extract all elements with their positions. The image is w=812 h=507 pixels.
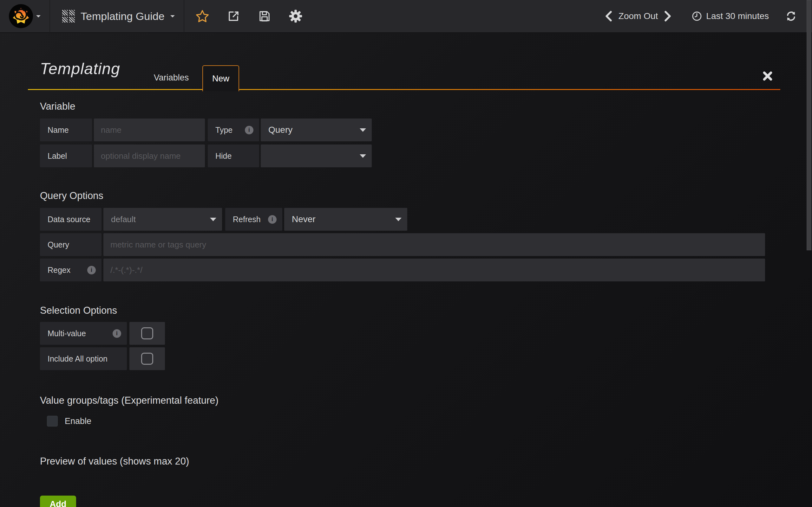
include-all-label: Include All option (40, 347, 127, 370)
regex-input[interactable] (103, 259, 765, 281)
datasource-label: Data source (40, 208, 101, 231)
enable-checkbox[interactable] (47, 416, 58, 427)
checkbox-icon (141, 353, 153, 365)
preview-heading: Preview of values (shows max 20) (40, 456, 189, 467)
dashboard-grid-icon (62, 10, 75, 22)
tab-new[interactable]: New (202, 65, 239, 91)
label-input[interactable] (94, 145, 205, 167)
hide-select[interactable] (261, 145, 372, 167)
chevron-right-icon[interactable] (658, 11, 677, 21)
type-label: Type i (208, 118, 259, 141)
time-range-picker[interactable]: Last 30 minutes (677, 11, 776, 21)
tab-variables[interactable]: Variables (149, 66, 194, 89)
info-icon[interactable]: i (268, 215, 276, 224)
type-select[interactable]: Query (261, 118, 372, 141)
selection-options-heading: Selection Options (40, 305, 117, 316)
refresh-icon[interactable] (776, 10, 803, 22)
info-icon[interactable]: i (113, 329, 121, 338)
value-groups-heading: Value groups/tags (Experimental feature) (40, 395, 218, 406)
page-title: Templating (40, 60, 120, 78)
chevron-left-icon[interactable] (599, 11, 618, 21)
caret-down-icon (395, 218, 402, 221)
regex-label: Regex i (40, 259, 101, 281)
grafana-menu-button[interactable] (0, 0, 49, 33)
caret-down-icon (360, 154, 366, 158)
enable-label: Enable (65, 416, 91, 426)
caret-down-icon (170, 15, 175, 17)
include-all-checkbox[interactable] (130, 347, 165, 370)
variable-section-heading: Variable (40, 101, 75, 112)
caret-down-icon (360, 128, 366, 132)
dashboard-title: Templating Guide (81, 10, 165, 22)
hide-label: Hide (208, 145, 259, 167)
caret-down-icon (36, 15, 41, 17)
info-icon[interactable]: i (87, 266, 96, 274)
info-icon[interactable]: i (245, 126, 253, 134)
zoom-out-button[interactable]: Zoom Out (618, 11, 658, 21)
close-icon[interactable] (761, 69, 774, 83)
grafana-logo-icon (9, 4, 33, 28)
refresh-select[interactable]: Never (284, 208, 407, 231)
name-input[interactable] (94, 118, 205, 141)
brand-underline (28, 89, 780, 90)
clock-icon (692, 11, 702, 21)
query-input[interactable] (103, 233, 765, 256)
top-navbar: Templating Guide (0, 0, 812, 33)
checkbox-icon (141, 327, 153, 339)
name-label: Name (40, 118, 92, 141)
star-favorite-button[interactable] (195, 7, 210, 26)
query-label: Query (40, 233, 101, 256)
caret-down-icon (210, 218, 216, 221)
share-icon[interactable] (226, 7, 241, 26)
time-range-label: Last 30 minutes (706, 11, 769, 21)
save-icon[interactable] (257, 7, 272, 26)
datasource-select[interactable]: default (103, 208, 222, 231)
gear-icon[interactable] (288, 7, 303, 26)
query-options-heading: Query Options (40, 190, 103, 202)
multi-value-label: Multi-value i (40, 322, 127, 345)
scrollbar-thumb[interactable] (807, 0, 811, 250)
refresh-label: Refresh i (225, 208, 282, 231)
multi-value-checkbox[interactable] (130, 322, 165, 345)
label-label: Label (40, 145, 92, 167)
add-button[interactable]: Add (40, 496, 76, 507)
dashboard-picker[interactable]: Templating Guide (50, 0, 184, 33)
